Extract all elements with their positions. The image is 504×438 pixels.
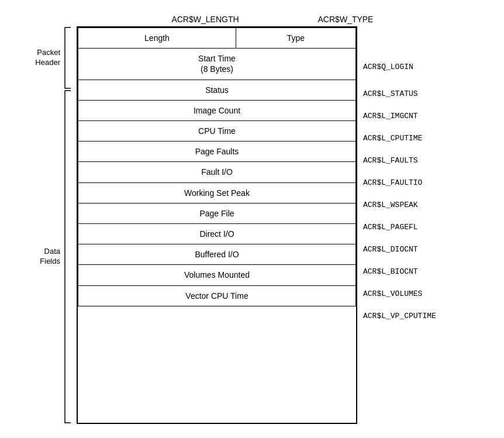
right-spacer-header [363, 26, 462, 51]
right-label-vp-cputime: ACR$L_VP_CPUTIME [363, 305, 462, 327]
data-fields-bracket-icon [63, 89, 73, 424]
right-label-cputime: ACR$L_CPUTIME [363, 127, 462, 150]
right-label-status: ACR$L_STATUS [363, 83, 462, 105]
cell-page-file: Page File [78, 203, 356, 223]
header-cell-type: Type [236, 27, 355, 48]
cell-image-count: Image Count [78, 100, 356, 120]
right-label-faults: ACR$L_FAULTS [363, 150, 462, 172]
top-label-length: ACR$W_LENGTH [135, 15, 275, 24]
table-row: Status [78, 80, 356, 100]
table-row: Page Faults [78, 142, 356, 162]
cell-page-faults: Page Faults [78, 142, 356, 162]
table-wrapper: Length Type Start Time(8 Bytes) Status I… [77, 26, 357, 424]
table-row: Direct I/O [78, 224, 356, 244]
cell-volumes-mounted: Volumes Mounted [78, 265, 356, 285]
right-labels-area: ACR$Q_LOGIN ACR$L_STATUS ACR$L_IMGCNT AC… [357, 26, 462, 424]
right-label-login: ACR$Q_LOGIN [363, 51, 462, 83]
table-row: Image Count [78, 100, 356, 120]
top-label-type: ACR$W_TYPE [275, 15, 416, 24]
table-row: Buffered I/O [78, 244, 356, 265]
right-label-faultio: ACR$L_FAULTIO [363, 172, 462, 194]
top-labels: ACR$W_LENGTH ACR$W_TYPE [135, 15, 416, 24]
table-row: CPU Time [78, 121, 356, 142]
cell-working-set-peak: Working Set Peak [78, 182, 356, 203]
data-table: Length Type Start Time(8 Bytes) Status I… [78, 27, 356, 306]
main-row: Packet Header Data Fields [30, 26, 474, 424]
data-fields-label-line1: Data [44, 247, 60, 256]
right-label-volumes: ACR$L_VOLUMES [363, 283, 462, 305]
table-row: Volumes Mounted [78, 265, 356, 285]
cell-buffered-io: Buffered I/O [78, 244, 356, 265]
diagram-container: ACR$W_LENGTH ACR$W_TYPE Packet Header Da… [30, 15, 474, 424]
table-row: Page File [78, 203, 356, 223]
right-label-biocnt: ACR$L_BIOCNT [363, 261, 462, 283]
right-label-pagefl: ACR$L_PAGEFL [363, 216, 462, 239]
right-label-diocnt: ACR$L_DIOCNT [363, 239, 462, 261]
right-label-imgcnt: ACR$L_IMGCNT [363, 105, 462, 127]
table-row: Fault I/O [78, 162, 356, 182]
packet-header-label-line2: Header [35, 58, 60, 67]
cell-direct-io: Direct I/O [78, 224, 356, 244]
data-fields-label-line2: Fields [40, 257, 60, 265]
cell-fault-io: Fault I/O [78, 162, 356, 182]
right-label-wspeak: ACR$L_WSPEAK [363, 194, 462, 216]
cell-vector-cpu-time: Vector CPU Time [78, 285, 356, 306]
table-row: Vector CPU Time [78, 285, 356, 306]
table-header-row: Length Type [78, 27, 356, 48]
table-row: Working Set Peak [78, 182, 356, 203]
cell-status: Status [78, 80, 356, 100]
header-cell-length: Length [78, 27, 236, 48]
packet-header-bracket-icon [63, 26, 73, 89]
cell-cpu-time: CPU Time [78, 121, 356, 142]
cell-start-time: Start Time(8 Bytes) [78, 48, 356, 80]
table-row: Start Time(8 Bytes) [78, 48, 356, 80]
packet-header-label-line1: Packet [37, 48, 60, 57]
left-label-area: Packet Header Data Fields [30, 26, 77, 424]
